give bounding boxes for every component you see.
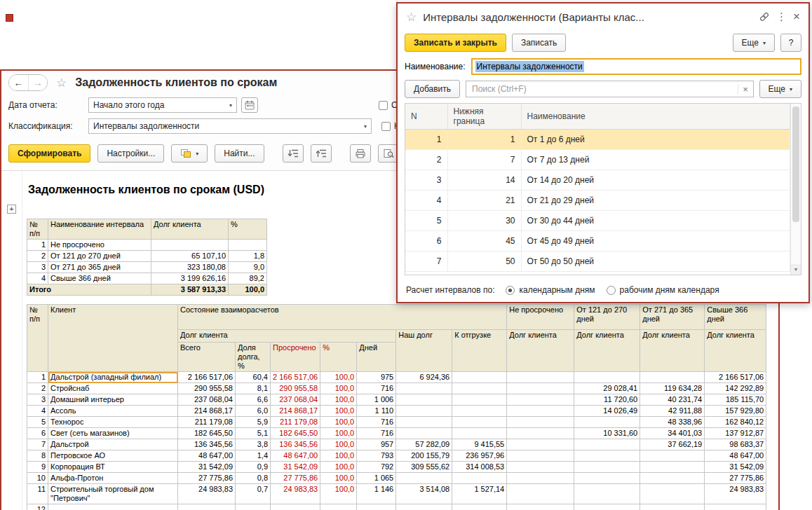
- detail-cell-days[interactable]: 716: [357, 428, 396, 439]
- detail-cell-i366[interactable]: 31 542,09: [705, 462, 766, 473]
- detail-cell-share[interactable]: 5,9: [236, 417, 271, 428]
- interval-cell-n[interactable]: 2: [405, 150, 447, 170]
- back-button[interactable]: ←: [9, 75, 28, 90]
- detail-cell-days[interactable]: 957: [357, 439, 396, 450]
- summary-cell-name[interactable]: От 121 до 270 дней: [48, 251, 151, 262]
- search-input[interactable]: Поиск (Ctrl+F) ×: [466, 81, 754, 97]
- detail-cell-n[interactable]: 6: [27, 428, 48, 439]
- interval-cell-name[interactable]: От 21 до 29 дней: [521, 191, 790, 211]
- detail-cell-our_debt[interactable]: [396, 428, 452, 439]
- detail-cell-our_debt[interactable]: [396, 473, 452, 484]
- expand-all-button[interactable]: +: [7, 205, 16, 214]
- classification-field[interactable]: Интервалы задолженности ▾: [88, 118, 372, 134]
- interval-cell-bound[interactable]: 1: [447, 130, 521, 150]
- detail-cell-client[interactable]: Технорос: [48, 417, 178, 428]
- detail-cell-client[interactable]: Стройснаб: [48, 383, 178, 394]
- radio-calendar-days[interactable]: календарным дням: [506, 285, 595, 295]
- list-header-bound[interactable]: Нижняя граница: [447, 104, 521, 130]
- interval-cell-name[interactable]: От 14 до 20 дней: [521, 170, 790, 191]
- interval-cell-name[interactable]: От 7 до 13 дней: [521, 150, 790, 170]
- dialog-star-icon[interactable]: ☆: [406, 10, 417, 25]
- detail-cell-i121[interactable]: [574, 473, 640, 484]
- summary-cell-debt[interactable]: 3 199 626,16: [151, 273, 229, 284]
- summary-total-debt[interactable]: 3 587 913,33: [151, 284, 229, 296]
- detail-cell-i366[interactable]: 2 166 517,06: [705, 372, 766, 383]
- detail-cell-overdue[interactable]: 237 068,04: [271, 394, 320, 406]
- detail-cell-i121[interactable]: [574, 504, 640, 510]
- detail-cell-total[interactable]: 237 068,04: [178, 394, 236, 406]
- summary-cell-debt[interactable]: 65 107,10: [151, 251, 229, 262]
- detail-cell-overdue[interactable]: 31 542,09: [271, 462, 320, 473]
- detail-cell-total[interactable]: 290 955,58: [178, 383, 236, 394]
- interval-cell-name[interactable]: От 45 до 49 дней: [521, 231, 790, 251]
- detail-cell-not_overdue[interactable]: [507, 417, 574, 428]
- detail-cell-i271[interactable]: 119 634,28: [640, 383, 705, 394]
- scroll-down-icon[interactable]: ▼: [791, 264, 801, 275]
- detail-cell-days[interactable]: 716: [357, 417, 396, 428]
- favorite-star-icon[interactable]: ☆: [56, 76, 67, 90]
- detail-cell-client[interactable]: Дальстрой: [48, 439, 178, 450]
- detail-cell-i121[interactable]: [574, 462, 640, 473]
- detail-cell-n[interactable]: 11: [27, 484, 48, 504]
- detail-cell-n[interactable]: 9: [27, 462, 48, 473]
- detail-cell-i271[interactable]: [640, 484, 705, 504]
- detail-cell-overdue[interactable]: [271, 504, 320, 510]
- detail-cell-i366[interactable]: 48 647,00: [705, 450, 766, 462]
- radio-working-days-control[interactable]: [607, 286, 616, 295]
- detail-cell-n[interactable]: 2: [27, 383, 48, 394]
- detail-cell-not_overdue[interactable]: [507, 406, 574, 417]
- detail-cell-i271[interactable]: 37 662,19: [640, 439, 705, 450]
- detail-cell-days[interactable]: 792: [357, 462, 396, 473]
- kebab-menu-icon[interactable]: ⋮: [776, 11, 787, 23]
- detail-cell-i121[interactable]: [574, 484, 640, 504]
- detail-cell-i366[interactable]: 142 292,89: [705, 383, 766, 394]
- summary-cell-pct[interactable]: [229, 240, 267, 251]
- detail-cell-pct[interactable]: 100,0: [320, 394, 357, 406]
- summary-cell-pct[interactable]: 89,2: [229, 273, 267, 284]
- detail-cell-share[interactable]: 5,1: [236, 428, 271, 439]
- detail-cell-share[interactable]: 6,6: [236, 394, 271, 406]
- detail-cell-days[interactable]: 1 146: [357, 484, 396, 504]
- detail-cell-n[interactable]: 7: [27, 439, 48, 450]
- clear-search-icon[interactable]: ×: [738, 84, 753, 95]
- list-header-n[interactable]: N: [405, 104, 447, 130]
- interval-row[interactable]: 27От 7 до 13 дней: [405, 150, 790, 170]
- list-more-button[interactable]: Еще ▾: [759, 80, 801, 98]
- detail-cell-client[interactable]: Дальстрой (западный филиал): [48, 372, 178, 383]
- detail-cell-to_ship[interactable]: [452, 372, 507, 383]
- link-icon[interactable]: [759, 11, 770, 22]
- detail-cell-not_overdue[interactable]: [507, 439, 574, 450]
- detail-cell-to_ship[interactable]: 314 008,53: [452, 462, 507, 473]
- detail-cell-total[interactable]: 182 645,50: [178, 428, 236, 439]
- settings-button[interactable]: Настройки...: [97, 144, 164, 163]
- detail-cell-pct[interactable]: 100,0: [320, 462, 357, 473]
- interval-cell-n[interactable]: 7: [405, 251, 447, 272]
- detail-cell-n[interactable]: 10: [27, 473, 48, 484]
- checkbox-k-box[interactable]: [381, 122, 391, 131]
- detail-cell-to_ship[interactable]: [452, 406, 507, 417]
- summary-cell-num[interactable]: 4: [27, 273, 48, 284]
- detail-cell-our_debt[interactable]: [396, 417, 452, 428]
- detail-cell-total[interactable]: 214 868,17: [178, 406, 236, 417]
- interval-row[interactable]: 645От 45 до 49 дней: [405, 231, 790, 251]
- detail-cell-to_ship[interactable]: [452, 504, 507, 510]
- detail-cell-i271[interactable]: 34 401,03: [640, 428, 705, 439]
- report-date-field[interactable]: Начало этого года ▾: [88, 97, 237, 113]
- detail-cell-client[interactable]: Ассоль: [48, 406, 178, 417]
- detail-cell-our_debt[interactable]: 309 555,62: [396, 462, 452, 473]
- detail-cell-i121[interactable]: 14 026,49: [574, 406, 640, 417]
- detail-cell-not_overdue[interactable]: [507, 383, 574, 394]
- detail-cell-total[interactable]: 27 775,86: [178, 473, 236, 484]
- detail-cell-not_overdue[interactable]: [507, 428, 574, 439]
- detail-cell-share[interactable]: 3,8: [236, 439, 271, 450]
- close-icon[interactable]: ×: [793, 10, 800, 24]
- detail-cell-n[interactable]: 5: [27, 417, 48, 428]
- detail-cell-client[interactable]: Строительный торговый дом "Петрович": [48, 484, 178, 504]
- report-variants-button[interactable]: ▾: [171, 144, 208, 163]
- detail-cell-i121[interactable]: [574, 372, 640, 383]
- detail-cell-our_debt[interactable]: [396, 383, 452, 394]
- save-close-button[interactable]: Записать и закрыть: [405, 34, 506, 52]
- detail-cell-days[interactable]: 1 065: [357, 473, 396, 484]
- detail-cell-i271[interactable]: [640, 450, 705, 462]
- detail-cell-days[interactable]: 716: [357, 383, 396, 394]
